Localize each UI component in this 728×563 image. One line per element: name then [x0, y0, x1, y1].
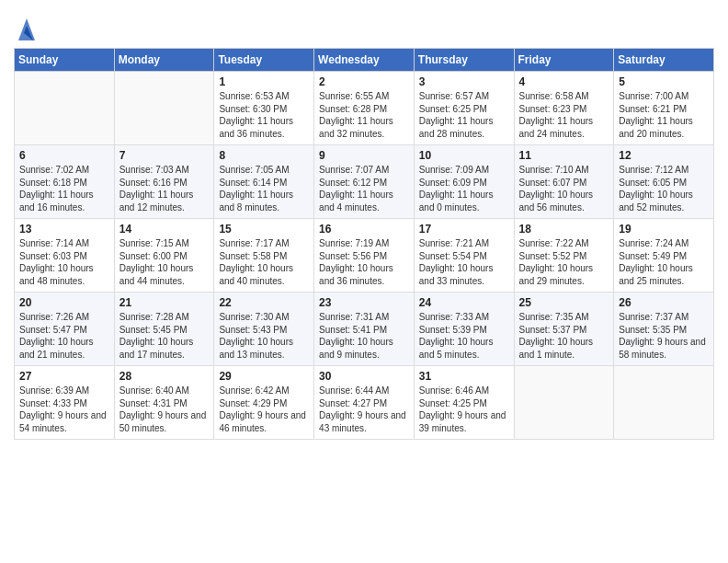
day-number: 18	[519, 223, 609, 236]
calendar-cell: 16Sunrise: 7:19 AM Sunset: 5:56 PM Dayli…	[314, 219, 415, 293]
cell-info: Sunrise: 7:17 AM Sunset: 5:58 PM Dayligh…	[219, 237, 309, 287]
cell-info: Sunrise: 6:42 AM Sunset: 4:29 PM Dayligh…	[219, 385, 309, 434]
calendar-cell: 19Sunrise: 7:24 AM Sunset: 5:49 PM Dayli…	[614, 219, 714, 293]
calendar-cell: 26Sunrise: 7:37 AM Sunset: 5:35 PM Dayli…	[614, 293, 714, 366]
day-number: 15	[219, 223, 309, 236]
day-number: 22	[219, 296, 309, 309]
day-header-friday: Friday	[514, 49, 614, 72]
calendar-cell	[114, 72, 214, 145]
cell-info: Sunrise: 7:00 AM Sunset: 6:21 PM Dayligh…	[619, 90, 709, 140]
calendar-cell: 1Sunrise: 6:53 AM Sunset: 6:30 PM Daylig…	[214, 72, 314, 145]
calendar-cell: 21Sunrise: 7:28 AM Sunset: 5:45 PM Dayli…	[114, 293, 214, 366]
cell-info: Sunrise: 7:30 AM Sunset: 5:43 PM Dayligh…	[219, 311, 309, 361]
cell-info: Sunrise: 6:53 AM Sunset: 6:30 PM Dayligh…	[219, 90, 309, 140]
cell-info: Sunrise: 7:12 AM Sunset: 6:05 PM Dayligh…	[619, 164, 709, 213]
cell-info: Sunrise: 7:09 AM Sunset: 6:09 PM Dayligh…	[419, 164, 509, 213]
cell-info: Sunrise: 7:05 AM Sunset: 6:14 PM Dayligh…	[219, 164, 309, 213]
cell-info: Sunrise: 7:21 AM Sunset: 5:54 PM Dayligh…	[419, 237, 509, 287]
cell-info: Sunrise: 6:39 AM Sunset: 4:33 PM Dayligh…	[19, 385, 109, 434]
logo-icon	[17, 15, 37, 42]
day-number: 12	[619, 149, 709, 162]
calendar-cell	[614, 366, 714, 440]
calendar-cell: 30Sunrise: 6:44 AM Sunset: 4:27 PM Dayli…	[314, 366, 415, 440]
calendar-cell: 8Sunrise: 7:05 AM Sunset: 6:14 PM Daylig…	[214, 145, 314, 219]
calendar-cell: 15Sunrise: 7:17 AM Sunset: 5:58 PM Dayli…	[214, 219, 314, 293]
calendar-cell	[15, 72, 115, 145]
cell-info: Sunrise: 6:58 AM Sunset: 6:23 PM Dayligh…	[519, 90, 609, 140]
cell-info: Sunrise: 6:55 AM Sunset: 6:28 PM Dayligh…	[319, 90, 409, 140]
calendar-body: 1Sunrise: 6:53 AM Sunset: 6:30 PM Daylig…	[15, 72, 714, 440]
calendar-cell: 3Sunrise: 6:57 AM Sunset: 6:25 PM Daylig…	[414, 72, 514, 145]
day-number: 16	[319, 223, 409, 236]
page-header	[14, 9, 714, 42]
day-number: 9	[319, 149, 409, 162]
day-header-thursday: Thursday	[414, 49, 514, 72]
cell-info: Sunrise: 7:03 AM Sunset: 6:16 PM Dayligh…	[119, 164, 210, 213]
cell-info: Sunrise: 7:15 AM Sunset: 6:00 PM Dayligh…	[119, 237, 210, 287]
cell-info: Sunrise: 7:10 AM Sunset: 6:07 PM Dayligh…	[519, 164, 609, 213]
day-number: 7	[119, 149, 210, 162]
day-number: 29	[219, 370, 309, 383]
calendar-cell: 25Sunrise: 7:35 AM Sunset: 5:37 PM Dayli…	[514, 293, 614, 366]
calendar-cell: 18Sunrise: 7:22 AM Sunset: 5:52 PM Dayli…	[514, 219, 614, 293]
cell-info: Sunrise: 6:40 AM Sunset: 4:31 PM Dayligh…	[119, 385, 210, 434]
calendar-cell: 5Sunrise: 7:00 AM Sunset: 6:21 PM Daylig…	[614, 72, 714, 145]
cell-info: Sunrise: 7:35 AM Sunset: 5:37 PM Dayligh…	[519, 311, 609, 361]
calendar-cell: 22Sunrise: 7:30 AM Sunset: 5:43 PM Dayli…	[214, 293, 314, 366]
day-number: 25	[519, 296, 609, 309]
day-number: 26	[619, 296, 709, 309]
calendar-cell: 20Sunrise: 7:26 AM Sunset: 5:47 PM Dayli…	[15, 293, 115, 366]
calendar-week-row: 13Sunrise: 7:14 AM Sunset: 6:03 PM Dayli…	[15, 219, 714, 293]
cell-info: Sunrise: 7:19 AM Sunset: 5:56 PM Dayligh…	[319, 237, 409, 287]
calendar-week-row: 27Sunrise: 6:39 AM Sunset: 4:33 PM Dayli…	[15, 366, 714, 440]
day-header-sunday: Sunday	[15, 49, 115, 72]
day-number: 4	[519, 75, 609, 88]
day-header-wednesday: Wednesday	[314, 49, 415, 72]
day-header-tuesday: Tuesday	[214, 49, 314, 72]
cell-info: Sunrise: 7:31 AM Sunset: 5:41 PM Dayligh…	[319, 311, 409, 361]
calendar-cell: 14Sunrise: 7:15 AM Sunset: 6:00 PM Dayli…	[114, 219, 214, 293]
day-number: 27	[19, 370, 109, 383]
calendar-cell: 28Sunrise: 6:40 AM Sunset: 4:31 PM Dayli…	[114, 366, 214, 440]
cell-info: Sunrise: 7:07 AM Sunset: 6:12 PM Dayligh…	[319, 164, 409, 213]
day-number: 14	[119, 223, 210, 236]
cell-info: Sunrise: 7:22 AM Sunset: 5:52 PM Dayligh…	[519, 237, 609, 287]
day-header-monday: Monday	[114, 49, 214, 72]
day-number: 21	[119, 296, 210, 309]
calendar-cell: 31Sunrise: 6:46 AM Sunset: 4:25 PM Dayli…	[414, 366, 514, 440]
cell-info: Sunrise: 7:28 AM Sunset: 5:45 PM Dayligh…	[119, 311, 210, 361]
cell-info: Sunrise: 7:24 AM Sunset: 5:49 PM Dayligh…	[619, 237, 709, 287]
calendar-week-row: 1Sunrise: 6:53 AM Sunset: 6:30 PM Daylig…	[15, 72, 714, 145]
calendar-cell: 6Sunrise: 7:02 AM Sunset: 6:18 PM Daylig…	[15, 145, 115, 219]
calendar-cell: 17Sunrise: 7:21 AM Sunset: 5:54 PM Dayli…	[414, 219, 514, 293]
day-number: 17	[419, 223, 509, 236]
calendar-cell: 12Sunrise: 7:12 AM Sunset: 6:05 PM Dayli…	[614, 145, 714, 219]
day-number: 10	[419, 149, 509, 162]
calendar-table: SundayMondayTuesdayWednesdayThursdayFrid…	[14, 48, 714, 440]
day-number: 30	[319, 370, 409, 383]
day-number: 24	[419, 296, 509, 309]
calendar-cell: 27Sunrise: 6:39 AM Sunset: 4:33 PM Dayli…	[15, 366, 115, 440]
calendar-week-row: 6Sunrise: 7:02 AM Sunset: 6:18 PM Daylig…	[15, 145, 714, 219]
calendar-cell: 11Sunrise: 7:10 AM Sunset: 6:07 PM Dayli…	[514, 145, 614, 219]
calendar-cell: 7Sunrise: 7:03 AM Sunset: 6:16 PM Daylig…	[114, 145, 214, 219]
calendar-cell: 2Sunrise: 6:55 AM Sunset: 6:28 PM Daylig…	[314, 72, 415, 145]
calendar-header-row: SundayMondayTuesdayWednesdayThursdayFrid…	[15, 49, 714, 72]
calendar-week-row: 20Sunrise: 7:26 AM Sunset: 5:47 PM Dayli…	[15, 293, 714, 366]
cell-info: Sunrise: 7:33 AM Sunset: 5:39 PM Dayligh…	[419, 311, 509, 361]
day-number: 28	[119, 370, 210, 383]
calendar-cell: 4Sunrise: 6:58 AM Sunset: 6:23 PM Daylig…	[514, 72, 614, 145]
logo	[14, 15, 37, 42]
cell-info: Sunrise: 7:02 AM Sunset: 6:18 PM Dayligh…	[19, 164, 109, 213]
day-number: 5	[619, 75, 709, 88]
day-number: 13	[19, 223, 109, 236]
cell-info: Sunrise: 7:26 AM Sunset: 5:47 PM Dayligh…	[19, 311, 109, 361]
calendar-cell: 29Sunrise: 6:42 AM Sunset: 4:29 PM Dayli…	[214, 366, 314, 440]
cell-info: Sunrise: 6:57 AM Sunset: 6:25 PM Dayligh…	[419, 90, 509, 140]
calendar-cell	[514, 366, 614, 440]
day-number: 23	[319, 296, 409, 309]
day-number: 1	[219, 75, 309, 88]
day-number: 19	[619, 223, 709, 236]
calendar-cell: 13Sunrise: 7:14 AM Sunset: 6:03 PM Dayli…	[15, 219, 115, 293]
day-number: 11	[519, 149, 609, 162]
